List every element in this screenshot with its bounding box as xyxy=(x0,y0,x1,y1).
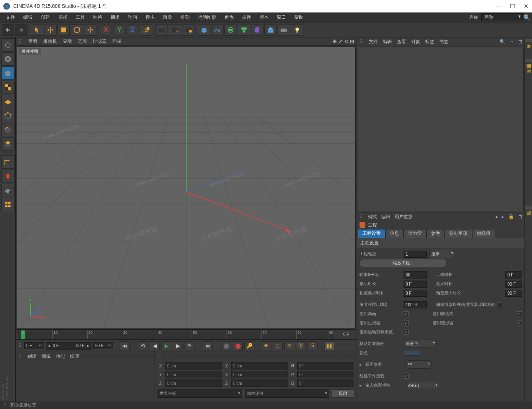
coord-scale-dropdown[interactable]: 缩放比例 xyxy=(245,389,330,398)
texture-mode-button[interactable] xyxy=(1,81,15,94)
expand-icon[interactable]: ▶ xyxy=(360,363,362,367)
lod-input[interactable] xyxy=(404,301,427,308)
generator-button[interactable] xyxy=(238,24,250,36)
om-bookmark[interactable]: 书签 xyxy=(439,39,448,45)
prevmax-input[interactable] xyxy=(505,290,522,297)
timeline-panel-button[interactable]: ▮▮ xyxy=(324,341,334,350)
tab-ref[interactable]: 参考 xyxy=(426,229,445,238)
environment-button[interactable] xyxy=(264,24,277,36)
use-anim-checkbox[interactable]: ✓ xyxy=(404,311,409,316)
pos-z-input[interactable] xyxy=(165,379,222,387)
menu-help[interactable]: 帮助 xyxy=(290,14,308,20)
om-expand-icon[interactable]: ⊡ xyxy=(518,39,522,44)
view-clip-dropdown[interactable]: 中 xyxy=(406,360,432,369)
play-button[interactable]: ▶ xyxy=(161,341,171,350)
key-rotate-button[interactable]: ⟲ xyxy=(284,341,294,350)
rot-b-input[interactable] xyxy=(297,379,354,387)
next-key-button[interactable]: ⟳ xyxy=(185,341,195,350)
om-home-icon[interactable]: ⌂ xyxy=(510,39,513,44)
mat-func[interactable]: 功能 xyxy=(56,353,65,360)
pos-x-input[interactable] xyxy=(165,362,222,370)
grip-icon[interactable]: ⠿ xyxy=(18,343,22,349)
pos-y-input[interactable] xyxy=(165,371,222,378)
vp-view[interactable]: 查看 xyxy=(28,38,37,44)
grip-icon[interactable]: ⠿ xyxy=(18,39,22,44)
menu-mograph[interactable]: 运动图形 xyxy=(194,14,220,20)
mintime-input[interactable] xyxy=(404,281,427,288)
use-gen-checkbox[interactable]: ✓ xyxy=(404,320,409,325)
om-view[interactable]: 查看 xyxy=(397,39,406,45)
maximize-button[interactable]: ☐ xyxy=(510,3,515,10)
coord-space-dropdown[interactable]: 世界坐标 xyxy=(158,389,242,398)
current-frame-field[interactable]: 0 F▴▾ xyxy=(24,342,44,349)
menu-plugins[interactable]: 插件 xyxy=(238,14,255,20)
lod-checkbox[interactable] xyxy=(497,302,502,307)
project-scale-input[interactable] xyxy=(404,251,427,258)
vp-filter[interactable]: 过滤器 xyxy=(93,38,106,44)
menu-window[interactable]: 窗口 xyxy=(273,14,290,20)
key-pla-button[interactable]: ⠿ xyxy=(308,341,318,350)
linear-workflow-checkbox[interactable]: ✓ xyxy=(404,374,409,379)
model-mode-button[interactable] xyxy=(1,52,15,66)
maxtime-input[interactable] xyxy=(505,281,522,288)
object-mode-button[interactable] xyxy=(1,67,15,80)
size-z-input[interactable] xyxy=(231,379,288,387)
tab-todo[interactable]: 待办事项 xyxy=(445,229,472,238)
rot-h-input[interactable] xyxy=(297,362,354,370)
timeline-ruler[interactable]: 0 10 20 30 40 50 60 70 80 90 xyxy=(17,330,334,339)
input-color-dropdown[interactable]: sRGB xyxy=(406,382,439,389)
mat-tex[interactable]: 纹理 xyxy=(70,353,79,360)
quantize-button[interactable] xyxy=(1,198,15,211)
attr-fwd-icon[interactable]: ▸ xyxy=(502,214,504,219)
attr-expand-icon[interactable]: ⊡ xyxy=(518,214,522,219)
vp-panel[interactable]: 面板 xyxy=(112,38,121,44)
attr-mode[interactable]: 模式 xyxy=(368,214,377,220)
vp-nav-layout-icon[interactable]: ⊞ xyxy=(350,39,354,44)
record-off-button[interactable]: ⬤ xyxy=(221,341,231,350)
render-settings-button[interactable] xyxy=(182,24,195,36)
point-mode-button[interactable] xyxy=(1,109,15,122)
fps-input[interactable] xyxy=(404,271,427,278)
key-scale-button[interactable]: ◻ xyxy=(273,341,283,350)
render-region-button[interactable] xyxy=(169,24,181,36)
sidetab-browser[interactable]: 内容浏览器 xyxy=(525,59,532,62)
workplane-button[interactable] xyxy=(1,95,15,108)
layout-dropdown[interactable]: 启动 xyxy=(481,13,523,21)
workplane-snap-button[interactable] xyxy=(1,184,15,197)
end-frame-field[interactable]: 90 F▴▾ xyxy=(93,342,113,349)
om-search-icon[interactable]: 🔍 xyxy=(500,39,505,44)
expand-icon[interactable]: ▶ xyxy=(360,384,362,387)
menu-script[interactable]: 脚本 xyxy=(255,14,273,20)
tab-dynamics[interactable]: 动力学 xyxy=(404,229,426,238)
coord-system-button[interactable] xyxy=(140,24,152,36)
project-scale-unit[interactable]: 厘米 xyxy=(429,250,455,258)
prev-key-button[interactable]: ⟲ xyxy=(138,341,148,350)
vp-nav-move-icon[interactable]: ✥ xyxy=(332,39,337,44)
grip-icon[interactable]: ⠿ xyxy=(18,353,22,359)
axis-button[interactable] xyxy=(1,155,15,169)
use-expr-checkbox[interactable]: ✓ xyxy=(517,311,522,316)
move-tool[interactable] xyxy=(44,24,57,36)
y-axis-button[interactable]: Y xyxy=(113,24,126,36)
om-edit[interactable]: 编辑 xyxy=(383,39,392,45)
search-icon[interactable]: 🔍 xyxy=(523,14,530,21)
object-tree[interactable]: www.xxrjm.com xyxy=(358,47,524,211)
grip-icon[interactable]: ⠿ xyxy=(360,214,364,219)
deformer-button[interactable] xyxy=(251,24,264,36)
prevmin-input[interactable] xyxy=(404,290,427,297)
record-button[interactable]: ⬤ xyxy=(233,341,243,350)
vp-options[interactable]: 选项 xyxy=(78,38,87,44)
menu-sculpt[interactable]: 雕刻 xyxy=(176,14,194,20)
om-tag[interactable]: 标签 xyxy=(425,39,434,45)
next-frame-button[interactable]: ▶ xyxy=(173,341,183,350)
timeline[interactable]: 0 10 20 30 40 50 60 70 80 90 0 F xyxy=(16,329,357,339)
om-obj[interactable]: 对象 xyxy=(411,39,420,45)
vp-nav-zoom-icon[interactable]: ⤢ xyxy=(338,39,342,44)
render-view-button[interactable] xyxy=(155,24,168,36)
menu-snap[interactable]: 捕捉 xyxy=(106,14,124,20)
menu-tools[interactable]: 工具 xyxy=(71,14,89,20)
range-slider[interactable]: ◂ 0 F 90 F ▸ xyxy=(46,342,91,350)
close-button[interactable]: ✕ xyxy=(524,3,529,10)
attr-userdata[interactable]: 用户数据 xyxy=(394,214,413,220)
use-deform-checkbox[interactable]: ✓ xyxy=(517,320,522,325)
